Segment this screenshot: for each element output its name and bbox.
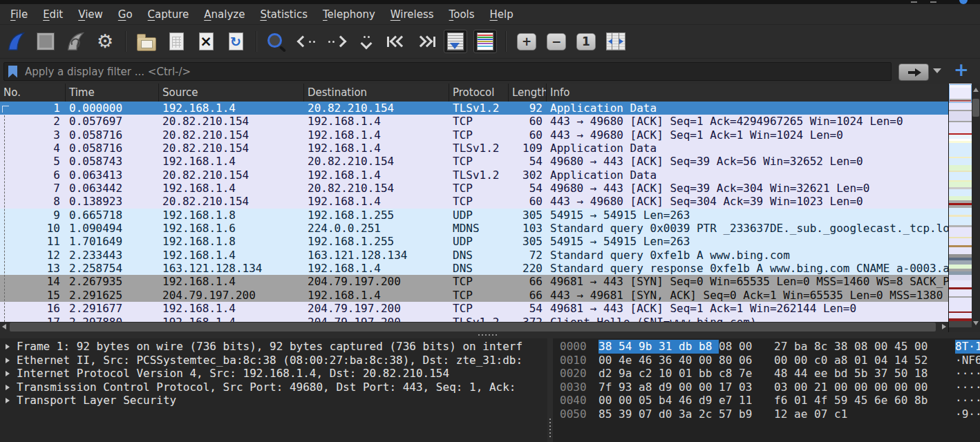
menu-analyze[interactable]: Analyze: [196, 6, 252, 23]
hex-byte[interactable]: 4f: [814, 394, 834, 407]
expand-arrow-icon[interactable]: [6, 398, 10, 403]
hex-byte[interactable]: 07: [814, 407, 834, 421]
hex-byte[interactable]: 00: [619, 394, 639, 407]
hex-byte[interactable]: 00: [854, 381, 874, 394]
hex-byte[interactable]: 80: [719, 354, 739, 367]
hex-byte[interactable]: 31: [659, 340, 679, 354]
hex-byte[interactable]: 4e: [619, 354, 639, 367]
hex-byte[interactable]: 60: [894, 394, 914, 407]
hex-byte[interactable]: 93: [619, 381, 639, 394]
open-file-button[interactable]: [135, 30, 158, 53]
hex-row[interactable]: 00307f93a8d9000017030300210000000000····…: [553, 381, 980, 394]
splitter-handle-icon[interactable]: [478, 334, 497, 336]
hex-byte[interactable]: 00: [794, 354, 814, 367]
hex-byte[interactable]: 9a: [619, 367, 639, 381]
hex-byte[interactable]: 59: [834, 394, 854, 407]
auto-scroll-button[interactable]: [444, 30, 467, 53]
hex-byte[interactable]: 11: [739, 394, 759, 407]
hex-byte[interactable]: ee: [814, 367, 834, 381]
display-filter-box[interactable]: [3, 62, 892, 81]
column-header-length[interactable]: Length: [509, 84, 547, 102]
menu-view[interactable]: View: [70, 6, 111, 23]
hex-byte[interactable]: d9: [699, 394, 719, 407]
hex-byte[interactable]: 00: [834, 381, 854, 394]
hex-byte[interactable]: 5b: [854, 367, 874, 381]
hex-byte[interactable]: 00: [739, 340, 759, 354]
save-file-button[interactable]: [164, 30, 188, 53]
go-to-packet-button[interactable]: [355, 30, 378, 53]
hex-byte[interactable]: c8: [719, 367, 739, 381]
hex-byte[interactable]: bd: [834, 367, 854, 381]
detail-line[interactable]: Transmission Control Protocol, Src Port:…: [0, 381, 547, 394]
hex-byte[interactable]: 18: [914, 367, 934, 381]
go-back-button[interactable]: [295, 30, 319, 53]
menu-wireless[interactable]: Wireless: [383, 6, 442, 23]
hex-byte[interactable]: 03: [774, 381, 794, 394]
expand-arrow-icon[interactable]: [6, 344, 10, 349]
hex-byte[interactable]: b8: [699, 340, 719, 354]
hex-byte[interactable]: 48: [774, 367, 794, 381]
hex-byte[interactable]: 00: [699, 354, 719, 367]
hex-byte[interactable]: 45: [854, 394, 874, 407]
packet-row[interactable]: 40.05871620.82.210.154192.168.1.4TLSv1.2…: [0, 142, 948, 155]
capture-stop-button[interactable]: [34, 30, 57, 53]
hscroll-thumb[interactable]: [10, 323, 936, 332]
column-header-no[interactable]: No.: [0, 84, 66, 102]
hex-byte[interactable]: 38: [834, 340, 854, 354]
packet-row[interactable]: 172.297880192.168.1.4204.79.197.200TLSv1…: [0, 316, 948, 323]
hex-byte[interactable]: b9: [739, 407, 759, 421]
hex-byte[interactable]: 54: [619, 340, 639, 354]
hex-byte[interactable]: 04: [874, 354, 894, 367]
hex-row[interactable]: 0040000005b446d9e711f6014f59456e608b····…: [553, 394, 980, 407]
hex-byte[interactable]: 00: [599, 354, 619, 367]
hex-byte[interactable]: ba: [794, 340, 814, 354]
display-filter-input[interactable]: [23, 65, 891, 79]
hex-byte[interactable]: 14: [894, 354, 914, 367]
hex-byte[interactable]: c2: [639, 367, 659, 381]
packet-row[interactable]: 142.267935192.168.1.4204.79.197.200TCP66…: [0, 275, 948, 288]
detail-line[interactable]: Transport Layer Security: [0, 394, 547, 407]
capture-options-button[interactable]: ⚙: [93, 30, 117, 53]
hex-byte[interactable]: 39: [619, 407, 639, 421]
hex-byte[interactable]: 36: [659, 354, 679, 367]
packet-list-hscrollbar[interactable]: [0, 322, 948, 332]
hex-byte[interactable]: 08: [719, 340, 739, 354]
vscroll-thumb[interactable]: [972, 99, 979, 117]
hex-byte[interactable]: f6: [774, 394, 794, 407]
hex-byte[interactable]: 01: [679, 367, 699, 381]
packet-row[interactable]: 111.701649192.168.1.8192.168.1.255UDP305…: [0, 235, 948, 248]
packet-row[interactable]: 132.258754163.121.128.134192.168.1.4DNS2…: [0, 262, 948, 275]
hex-row[interactable]: 000038549b31dbb8080027ba8c38080045008T·1…: [553, 340, 980, 354]
hex-byte[interactable]: 03: [739, 381, 759, 394]
capture-restart-button[interactable]: [64, 30, 87, 53]
hex-byte[interactable]: 85: [599, 407, 619, 421]
vertical-splitter[interactable]: [547, 338, 553, 442]
column-header-source[interactable]: Source: [159, 84, 304, 102]
hex-byte[interactable]: 9b: [639, 340, 659, 354]
hex-byte[interactable]: 00: [599, 394, 619, 407]
packet-row[interactable]: 122.233443192.168.1.4163.121.128.134DNS7…: [0, 249, 948, 262]
filter-bookmark-icon[interactable]: [8, 66, 17, 78]
hex-byte[interactable]: ae: [794, 407, 814, 421]
hex-byte[interactable]: db: [679, 340, 699, 354]
close-file-button[interactable]: ×: [194, 30, 218, 53]
resize-columns-button[interactable]: [604, 30, 628, 53]
hex-byte[interactable]: c0: [814, 354, 834, 367]
reload-file-button[interactable]: ↻: [224, 30, 247, 53]
column-header-protocol[interactable]: Protocol: [449, 84, 509, 102]
hex-byte[interactable]: 10: [659, 367, 679, 381]
hex-byte[interactable]: 3a: [679, 407, 699, 421]
hex-byte[interactable]: 00: [894, 381, 914, 394]
hex-byte[interactable]: a8: [639, 381, 659, 394]
expand-arrow-icon[interactable]: [6, 358, 10, 363]
hex-byte[interactable]: 01: [794, 394, 814, 407]
menu-statistics[interactable]: Statistics: [252, 6, 315, 23]
hex-byte[interactable]: 12: [774, 407, 794, 421]
hex-byte[interactable]: 07: [639, 407, 659, 421]
scroll-left-icon[interactable]: [2, 324, 6, 329]
hex-byte[interactable]: 37: [874, 367, 894, 381]
menu-tools[interactable]: Tools: [442, 6, 482, 23]
hex-byte[interactable]: 52: [914, 354, 934, 367]
column-header-time[interactable]: Time: [66, 84, 159, 102]
hex-byte[interactable]: 45: [894, 340, 914, 354]
